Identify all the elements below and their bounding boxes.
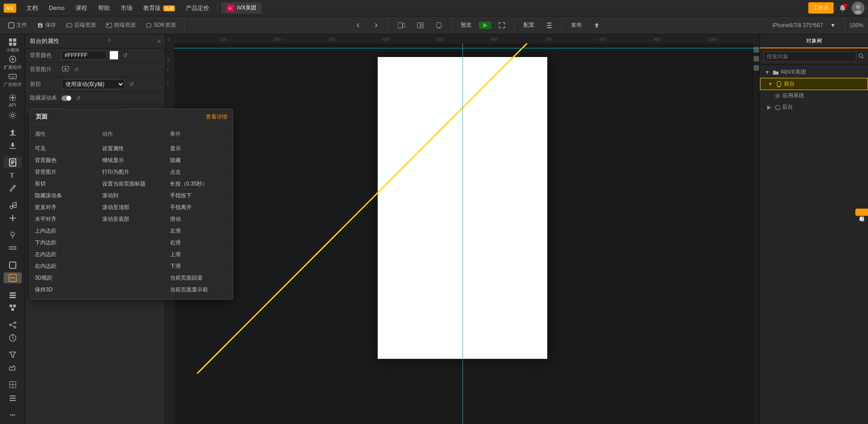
nav-item-demo[interactable]: Demo <box>44 3 69 13</box>
tooltip-event-10[interactable]: 下滑 <box>170 261 228 272</box>
preview-btn[interactable]: 预览 <box>456 20 476 30</box>
tooltip-action-2[interactable]: 打印为图片 <box>102 167 160 178</box>
device-toggle-btn[interactable] <box>393 21 410 30</box>
tooltip-event-3[interactable]: 长按（0.35秒） <box>170 178 228 190</box>
sdk-res[interactable]: SDK资源 <box>142 20 179 30</box>
tooltip-attr-keep3d[interactable]: 保持3D <box>35 284 93 295</box>
sidebar-location[interactable] <box>4 229 22 240</box>
props-menu-icon[interactable]: ≡ <box>157 38 160 44</box>
sidebar-music[interactable] <box>4 200 22 210</box>
tooltip-attr-bg-img[interactable]: 背景图片 <box>35 167 93 178</box>
tooltip-attr-visible[interactable]: 可见 <box>35 143 93 155</box>
bg-img-upload-icon[interactable] <box>61 65 70 74</box>
tooltip-event-0[interactable]: 显示 <box>170 143 228 155</box>
strip-btn-3[interactable] <box>754 56 759 62</box>
strip-btn-4[interactable] <box>754 65 759 71</box>
scrollbar-reset[interactable]: ↺ <box>76 95 80 101</box>
sidebar-download[interactable] <box>4 140 22 151</box>
workbench-btn[interactable]: 工作台 <box>808 2 834 14</box>
tooltip-attr-3d-dist[interactable]: 3D视距 <box>35 272 93 284</box>
active-tab[interactable]: M iVX美团 <box>222 2 262 14</box>
sidebar-chart[interactable] <box>4 362 22 373</box>
sidebar-page[interactable] <box>4 157 22 167</box>
config-icon-btn[interactable] <box>542 21 557 30</box>
tree-node-backend[interactable]: ▶ 后台 <box>760 101 868 113</box>
search-input[interactable] <box>764 52 856 62</box>
file-menu[interactable]: 文件 <box>5 20 31 30</box>
frontend-res[interactable]: 前端资源 <box>102 20 139 30</box>
bg-color-reset[interactable]: ↺ <box>123 52 127 58</box>
tooltip-event-8[interactable]: 右滑 <box>170 237 228 249</box>
tooltip-event-11[interactable]: 当前页面回退 <box>170 272 228 284</box>
tooltip-action-5[interactable]: 滚动至顶部 <box>102 202 160 214</box>
tooltip-detail-link[interactable]: 查看详情 <box>206 113 227 121</box>
bg-color-swatch[interactable] <box>109 51 118 60</box>
notification-bell[interactable] <box>837 3 848 14</box>
tooltip-action-3[interactable]: 设置当前页面标题 <box>102 178 160 190</box>
tooltip-event-5[interactable]: 手指离开 <box>170 202 228 214</box>
sidebar-active[interactable] <box>4 272 22 283</box>
clip-select[interactable]: 使用滚动(双y轴) 不剪切 剪切(不滚动) 使用滚动(单y轴) <box>61 79 125 89</box>
user-avatar[interactable] <box>852 2 864 14</box>
sidebar-timer[interactable] <box>4 332 22 343</box>
tooltip-attr-padding-top[interactable]: 上内边距 <box>35 225 93 237</box>
nav-item-course[interactable]: 课程 <box>71 2 92 14</box>
tooltip-event-4[interactable]: 手指按下 <box>170 190 228 202</box>
sidebar-line[interactable] <box>4 392 22 403</box>
tooltip-attr-padding-bottom[interactable]: 下内边距 <box>35 237 93 249</box>
tooltip-event-2[interactable]: 点击 <box>170 167 228 178</box>
tooltip-event-1[interactable]: 隐藏 <box>170 155 228 167</box>
canvas-viewport[interactable] <box>175 43 760 424</box>
backend-res[interactable]: 后端资源 <box>62 20 99 30</box>
tooltip-attr-halign[interactable]: 水平对齐 <box>35 214 93 225</box>
tooltip-event-7[interactable]: 左滑 <box>170 225 228 237</box>
sidebar-grid[interactable] <box>4 379 22 390</box>
sidebar-more[interactable] <box>4 409 22 420</box>
settings-btn[interactable]: 配置 <box>519 20 539 30</box>
sidebar-extend[interactable]: 扩展组件 <box>4 55 22 71</box>
tooltip-attr-padding-right[interactable]: 右内边距 <box>35 261 93 272</box>
sidebar-filter[interactable] <box>4 349 22 360</box>
orange-help-strip[interactable]: 帮助中心 <box>855 209 868 216</box>
layout-btn[interactable] <box>412 21 429 30</box>
tooltip-attr-clip[interactable]: 剪切 <box>35 178 93 190</box>
tooltip-attr-scrollbar[interactable]: 隐藏滚动条 <box>35 190 93 202</box>
sidebar-text[interactable]: T <box>4 170 22 181</box>
sidebar-settings[interactable] <box>4 110 22 120</box>
sidebar-list-small[interactable] <box>4 290 22 300</box>
tooltip-event-6[interactable]: 滑动 <box>170 214 228 225</box>
tooltip-attr-padding-left[interactable]: 左内边距 <box>35 249 93 261</box>
sidebar-upload[interactable] <box>4 127 22 138</box>
tree-node-appsys[interactable]: 应用系统 <box>760 90 868 101</box>
publish-btn[interactable]: 发布 <box>566 20 586 30</box>
props-help-icon[interactable]: ? <box>108 38 110 44</box>
run-btn[interactable] <box>479 22 491 29</box>
tooltip-event-12[interactable]: 当前页面显示前 <box>170 284 228 295</box>
nav-item-doc[interactable]: 文档 <box>22 2 42 14</box>
bg-img-reset[interactable]: ↺ <box>74 67 79 73</box>
sidebar-share[interactable] <box>4 319 22 330</box>
sidebar-api[interactable]: API <box>4 94 22 108</box>
tooltip-attr-bg-color[interactable]: 背景颜色 <box>35 155 93 167</box>
tab-object-tree[interactable]: 对象树 <box>760 34 868 48</box>
nav-item-help[interactable]: 帮助 <box>94 2 114 14</box>
sidebar-input[interactable] <box>4 243 22 253</box>
strip-btn-2[interactable] <box>754 47 759 52</box>
publish-icon-btn[interactable] <box>589 21 604 30</box>
tooltip-action-1[interactable]: 继续显示 <box>102 155 160 167</box>
sidebar-add[interactable] <box>4 212 22 223</box>
sidebar-draw[interactable] <box>4 182 22 193</box>
scrollbar-toggle[interactable] <box>61 95 71 101</box>
tooltip-action-0[interactable]: 设置属性 <box>102 143 160 155</box>
tooltip-attr-valign[interactable]: 竖直对齐 <box>35 202 93 214</box>
save-btn[interactable]: 保存 <box>33 20 60 30</box>
sidebar-modules[interactable]: 小模块 <box>4 38 22 53</box>
nav-item-edu[interactable]: 教育版 免费 <box>139 2 180 14</box>
clip-reset[interactable]: ↺ <box>129 81 134 87</box>
nav-back-btn[interactable] <box>350 21 366 30</box>
tooltip-action-6[interactable]: 滚动至底部 <box>102 214 160 225</box>
app-logo[interactable]: iVX <box>4 4 16 13</box>
sidebar-ads[interactable]: 广告组件 <box>4 72 22 88</box>
tooltip-action-4[interactable]: 滚动到 <box>102 190 160 202</box>
canvas-phone-frame[interactable] <box>378 57 547 359</box>
